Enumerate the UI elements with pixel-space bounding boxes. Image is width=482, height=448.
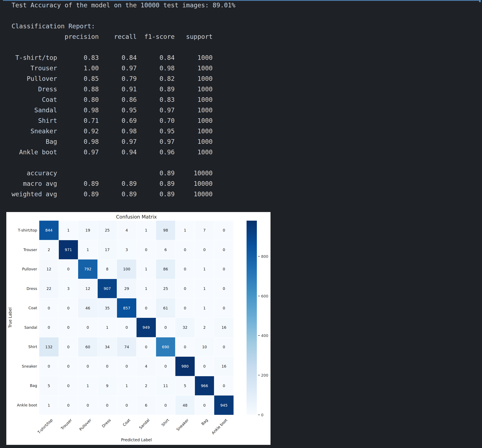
heatmap-cell: 0 [195, 240, 214, 259]
heatmap-cell: 100 [117, 259, 136, 279]
heatmap-cell: 0 [59, 318, 78, 337]
heatmap-cell: 0 [39, 318, 59, 337]
x-tick-label: Trouser [60, 418, 73, 431]
heatmap-cell: 0 [175, 279, 195, 298]
heatmap-cell: 48 [175, 395, 195, 415]
heatmap-cell: 19 [78, 221, 97, 240]
heatmap-cell: 0 [214, 298, 233, 318]
heatmap-cell: 10 [195, 337, 214, 357]
heatmap-cell: 0 [59, 357, 78, 376]
colorbar-tick-mark [258, 415, 260, 415]
heatmap-cell: 74 [117, 337, 136, 357]
heatmap-cell: 9 [98, 376, 117, 395]
heatmap-cell: 1 [137, 221, 156, 240]
heatmap-cell: 5 [39, 376, 59, 395]
heatmap-cell: 12 [39, 259, 59, 279]
heatmap-cell: 0 [214, 337, 233, 357]
heatmap-cell: 0 [175, 240, 195, 259]
colorbar-tick-label: 600 [261, 294, 268, 298]
heatmap-cell: 0 [214, 221, 233, 240]
heatmap-cell: 46 [78, 298, 97, 318]
heatmap-cell: 945 [214, 395, 233, 415]
heatmap-cell: 0 [59, 337, 78, 357]
heatmap-cell: 0 [59, 395, 78, 415]
heatmap-cell: 971 [59, 240, 78, 259]
heatmap-cell: 0 [137, 337, 156, 357]
heatmap-cell: 132 [39, 337, 59, 357]
colorbar-tick-mark [258, 296, 260, 296]
x-tick-label: T-shirt/top [37, 418, 53, 435]
heatmap-cell: 6 [156, 240, 175, 259]
y-tick-label: Coat [6, 298, 37, 318]
colorbar-tick-label: 200 [261, 373, 268, 377]
heatmap-cell: 844 [39, 221, 59, 240]
colorbar-tick-label: 0 [261, 413, 263, 417]
y-tick-label: Trouser [6, 240, 37, 260]
x-tick-label: Pullover [78, 418, 92, 432]
heatmap-cell: 0 [98, 395, 117, 415]
heatmap-cell: 29 [117, 279, 136, 298]
heatmap-cell: 0 [156, 357, 175, 376]
heatmap-cell: 5 [175, 376, 195, 395]
heatmap-cell: 0 [214, 240, 233, 259]
heatmap-cell: 1 [175, 221, 195, 240]
colorbar-tick-mark [258, 335, 260, 336]
heatmap-cell: 61 [156, 298, 175, 318]
colorbar-tick-label: 400 [261, 333, 268, 338]
heatmap-cell: 17 [98, 240, 117, 259]
heatmap-cell: 0 [59, 376, 78, 395]
heatmap-cell: 0 [214, 279, 233, 298]
heatmap-cell: 22 [39, 279, 59, 298]
y-tick-label: Sneaker [6, 357, 37, 376]
heatmap-cell: 8 [98, 259, 117, 279]
heatmap-cell: 0 [195, 357, 214, 376]
heatmap-cell: 0 [137, 298, 156, 318]
x-tick-label: Bag [201, 418, 209, 426]
heatmap-cell: 0 [137, 240, 156, 259]
heatmap-cell: 0 [39, 357, 59, 376]
heatmap-cell: 1 [98, 318, 117, 337]
heatmap-cell: 1 [59, 221, 78, 240]
colorbar-tick-mark [258, 256, 260, 257]
y-tick-label: Dress [6, 279, 37, 299]
heatmap-cell: 6 [137, 395, 156, 415]
panel-border-handle [479, 0, 481, 2]
heatmap-cell: 907 [98, 279, 117, 298]
heatmap-cell: 857 [117, 298, 136, 318]
heatmap-cell: 35 [98, 298, 117, 318]
x-tick-label: Sandal [138, 418, 150, 430]
heatmap-cell: 2 [195, 318, 214, 337]
heatmap-cell: 25 [98, 221, 117, 240]
heatmap-cell: 11 [156, 376, 175, 395]
heatmap-cell: 0 [214, 376, 233, 395]
terminal-output: Test Accuracy of the model on the 10000 … [12, 0, 235, 199]
colorbar [247, 221, 257, 415]
heatmap-cell: 1 [195, 259, 214, 279]
heatmap-cell: 0 [39, 298, 59, 318]
x-tick-label: Sneaker [175, 418, 189, 432]
heatmap-grid: 8441192541981702971117306000120792810018… [39, 221, 233, 415]
heatmap-cell: 25 [156, 279, 175, 298]
heatmap-cell: 792 [78, 259, 97, 279]
heatmap-cell: 966 [195, 376, 214, 395]
heatmap-cell: 0 [78, 357, 97, 376]
heatmap-cell: 60 [78, 337, 97, 357]
heatmap-cell: 32 [175, 318, 195, 337]
heatmap-cell: 4 [137, 357, 156, 376]
heatmap-cell: 690 [156, 337, 175, 357]
colorbar-tick-mark [258, 375, 260, 375]
x-tick-label: Dress [101, 418, 112, 428]
x-tick-label: Shirt [161, 418, 170, 427]
heatmap-cell: 3 [59, 279, 78, 298]
heatmap-cell: 0 [78, 395, 97, 415]
heatmap-cell: 0 [117, 357, 136, 376]
heatmap-cell: 98 [156, 221, 175, 240]
heatmap-cell: 16 [214, 357, 233, 376]
heatmap-cell: 4 [117, 221, 136, 240]
x-axis-label: Predicted Label [39, 438, 233, 442]
heatmap-cell: 1 [78, 376, 97, 395]
heatmap-cell: 0 [117, 318, 136, 337]
heatmap-cell: 16 [214, 318, 233, 337]
heatmap-cell: 0 [156, 318, 175, 337]
heatmap-cell: 0 [117, 395, 136, 415]
